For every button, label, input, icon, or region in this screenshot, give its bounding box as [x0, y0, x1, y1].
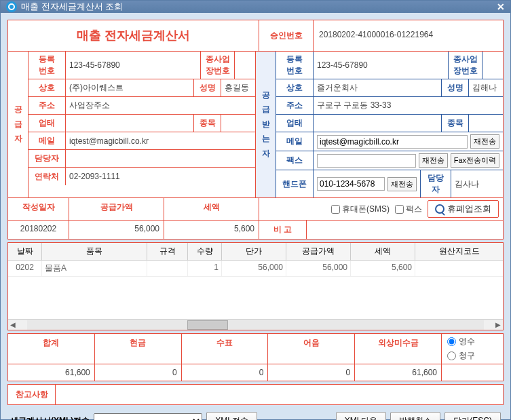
window-title: 매출 전자세금계산서 조회	[21, 1, 123, 13]
note-value	[56, 385, 503, 404]
col-qty: 수량	[188, 243, 222, 260]
supplier-ceo: 홍길동	[221, 79, 255, 96]
scroll-right-icon[interactable]: ▶	[493, 321, 503, 328]
supplier-bizitem	[221, 115, 255, 132]
sum-value: 61,600	[8, 364, 95, 381]
tax-value: 5,600	[164, 221, 259, 239]
buyer-bizitem	[469, 115, 503, 132]
cell-price: 56,000	[222, 261, 286, 276]
buyer-biztype	[314, 115, 442, 132]
buyer-regno: 123-45-67890	[314, 52, 449, 79]
supplier-email-label: 메일	[29, 132, 66, 149]
summary-header: 작성일자 공급가액 세액 휴대폰(SMS) 팩스 휴폐업조회	[8, 197, 503, 220]
supplier-addr-label: 주소	[29, 97, 66, 114]
mobile-resend-button[interactable]: 재전송	[387, 177, 417, 191]
credit-label: 외상미수금	[355, 334, 442, 364]
cell-tax: 5,600	[351, 261, 415, 276]
receipt-radio[interactable]: 영수	[447, 336, 497, 347]
buyer-mobile-label: 핸드폰	[276, 170, 314, 197]
supplier-mgr-label: 담당자	[29, 150, 66, 167]
cash-value: 0	[95, 364, 182, 381]
note-panel: 참고사항	[7, 384, 504, 405]
cell-item: 물품A	[42, 261, 147, 276]
supplier-biztype-label: 업태	[29, 115, 66, 132]
xml-download-button[interactable]: XML다운	[336, 412, 387, 420]
buyer-ceo: 김해나	[469, 79, 503, 96]
cell-supply: 56,000	[286, 261, 351, 276]
main-panel: 매출 전자세금계산서 승인번호 20180202-41000016-012219…	[7, 20, 504, 240]
approval-no-value: 20180202-41000016-01221964	[314, 20, 503, 51]
buyer-fax-label: 팩스	[276, 151, 314, 170]
totals-panel: 합계 현금 수표 어음 외상미수금 영수 청구 61,600 0 0 0 61,…	[7, 333, 504, 381]
parties-section: 공 급 자 등록 번호 123-45-67890 종사업 장번호 상호 (주)아…	[8, 52, 503, 197]
app-window: 매출 전자세금계산서 조회 ✕ 매출 전자세금계산서 승인번호 20180202…	[0, 0, 511, 420]
sms-checkbox[interactable]: 휴대폰(SMS)	[331, 204, 390, 215]
buyer-bizitem-label: 종목	[442, 115, 469, 132]
horizontal-scrollbar[interactable]: ◀ ▶	[8, 319, 503, 330]
content-area: 매출 전자세금계산서 승인번호 20180202-41000016-012219…	[1, 13, 510, 420]
supplier-name: (주)아이퀘스트	[66, 79, 194, 96]
supplier-addr: 사업장주소	[66, 97, 255, 114]
buyer-subbiz-label: 종사업 장번호	[449, 52, 482, 79]
titlebar: 매출 전자세금계산서 조회 ✕	[1, 1, 510, 13]
supply-label: 공급가액	[69, 198, 164, 220]
claim-radio[interactable]: 청구	[447, 350, 497, 362]
fax-history-button[interactable]: Fax전송이력	[451, 153, 499, 168]
buyer-vlabel: 공 급 받 는 자	[256, 52, 276, 197]
supplier-contact: 02-2093-1111	[66, 168, 255, 185]
doc-title: 매출 전자세금계산서	[8, 20, 259, 51]
summary-values: 20180202 56,000 5,600 비 고	[8, 220, 503, 239]
table-row[interactable]: 0202 물품A 1 56,000 56,000 5,600	[8, 261, 503, 277]
search-icon	[435, 204, 444, 214]
business-status-lookup-button[interactable]: 휴폐업조회	[428, 200, 499, 218]
fax-resend-button[interactable]: 재전송	[419, 153, 448, 168]
cell-origin	[415, 261, 503, 276]
cell-qty: 1	[188, 261, 222, 276]
supplier-regno: 123-45-67890	[66, 52, 201, 79]
scroll-left-icon[interactable]: ◀	[8, 321, 18, 328]
grid-body: 0202 물품A 1 56,000 56,000 5,600	[8, 261, 503, 319]
supplier-vlabel: 공 급 자	[8, 52, 29, 197]
supplier-bizitem-label: 종목	[194, 115, 221, 132]
supply-value: 56,000	[69, 221, 164, 239]
xml-send-button[interactable]: XML전송	[206, 412, 257, 420]
supplier-name-label: 상호	[29, 79, 66, 96]
cancel-issue-button[interactable]: 발행취소	[390, 412, 440, 420]
date-value: 20180202	[8, 221, 69, 239]
date-label: 작성일자	[8, 198, 69, 220]
check-value: 0	[182, 364, 269, 381]
approval-no-label: 승인번호	[259, 20, 314, 51]
buyer-mobile-input[interactable]	[317, 177, 385, 191]
cell-date: 0202	[8, 261, 42, 276]
supplier-subbiz	[235, 52, 255, 79]
close-button[interactable]: 닫기(ESC)	[444, 412, 501, 420]
buyer-biztype-label: 업태	[276, 115, 314, 132]
buyer-fax-input[interactable]	[317, 154, 416, 168]
items-grid: 날짜 품목 규격 수량 단가 공급가액 세액 원산지코드 0202 물품A 1 …	[7, 242, 504, 330]
remark-label: 비 고	[259, 221, 307, 239]
supplier-block: 공 급 자 등록 번호 123-45-67890 종사업 장번호 상호 (주)아…	[8, 52, 255, 197]
buyer-addr: 구로구 구로동 33-33	[314, 97, 503, 114]
note-label: 어음	[268, 334, 355, 364]
col-supply: 공급가액	[286, 243, 351, 260]
cell-spec	[147, 261, 188, 276]
fax-checkbox[interactable]: 팩스	[395, 204, 422, 215]
col-spec: 규격	[147, 243, 188, 260]
supplier-contact-label: 연락처	[29, 168, 66, 185]
email-resend-button[interactable]: 재전송	[470, 134, 499, 149]
doc-header: 매출 전자세금계산서 승인번호 20180202-41000016-012219…	[8, 20, 503, 52]
buyer-addr-label: 주소	[276, 97, 314, 114]
buyer-mgr: 김사나	[451, 170, 503, 197]
note-label: 참고사항	[8, 385, 56, 404]
close-icon[interactable]: ✕	[497, 1, 505, 12]
app-icon	[6, 1, 17, 12]
supplier-subbiz-label: 종사업 장번호	[201, 52, 235, 79]
buyer-mgr-label: 담당자	[421, 170, 451, 197]
remark-value	[307, 221, 503, 239]
scroll-thumb[interactable]	[187, 320, 228, 330]
buyer-email-label: 메일	[276, 132, 314, 151]
buyer-email-input[interactable]	[317, 135, 468, 149]
supplier-ceo-label: 성명	[194, 79, 221, 96]
xml-recipient-select[interactable]	[94, 413, 202, 420]
credit-value: 61,600	[355, 364, 442, 381]
